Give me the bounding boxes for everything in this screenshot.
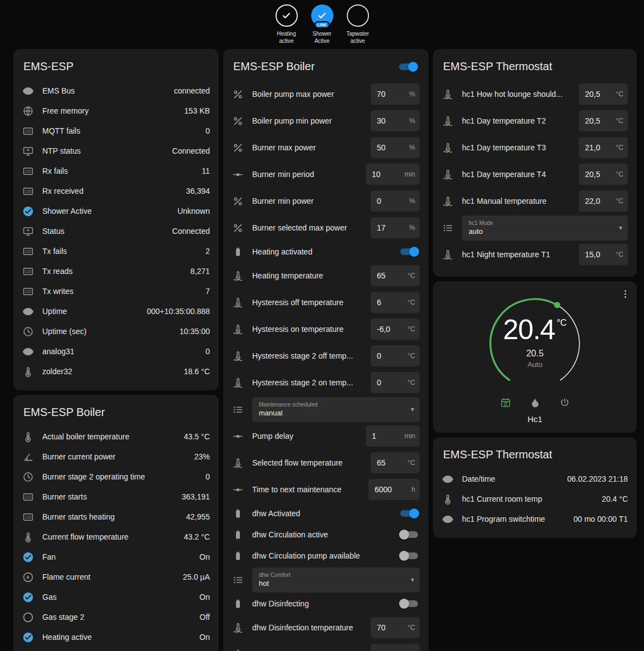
current-temperature: 20.4°C (503, 316, 567, 344)
power-button[interactable] (557, 395, 572, 410)
toggle-heating-activated[interactable] (399, 246, 420, 257)
row-burner-stage-2-operating-time[interactable]: Burner stage 2 operating time0 (22, 467, 210, 487)
row-zolder32[interactable]: zolder3218.6 °C (22, 361, 210, 381)
row-value: Connected (172, 227, 210, 236)
number-input-heating-temperature[interactable]: 65°C (371, 265, 420, 286)
row-burner-starts-heating[interactable]: 123Burner starts heating42,955 (22, 507, 210, 527)
row-uptime-sec[interactable]: Uptime (sec)10:35:00 (22, 321, 210, 341)
row-shower-active[interactable]: Shower ActiveUnknown (22, 201, 210, 221)
number-input-hc1-night-temperature-t1[interactable]: 15,0°C (579, 244, 628, 265)
number-value: 17 (377, 223, 407, 232)
toggle-dhw-activated[interactable] (399, 508, 420, 519)
row-date-time[interactable]: Date/time06.02.2023 21:18 (442, 469, 628, 489)
row-hc1-how-hot-lounge-should: hc1 How hot lounge should...20,5°C (442, 81, 628, 107)
row-rx-received[interactable]: 123Rx received36,394 (22, 181, 210, 201)
row-flame-current[interactable]: Flame current25.0 µA (22, 567, 210, 587)
eye-icon (22, 85, 34, 97)
card-header-toggle[interactable] (397, 61, 419, 72)
row-ems-bus[interactable]: EMS Busconnected (22, 81, 210, 101)
badge-tapwater-active[interactable]: Tapwater active (342, 4, 374, 45)
number-input-burner-selected-max-power[interactable]: 17% (371, 217, 420, 238)
row-status[interactable]: StatusConnected (22, 221, 210, 241)
number-input-hysteresis-off-temperature[interactable]: 6°C (371, 292, 420, 313)
badge-heating-active[interactable]: Heating active (271, 4, 303, 45)
number-input-time-to-next-maintenance[interactable]: 6000h (368, 479, 420, 500)
number-input-boiler-pump-max-power[interactable]: 70% (371, 84, 420, 105)
number-input-hysteresis-stage-2-on-temp[interactable]: 0°C (371, 372, 420, 393)
row-hc1-current-room-temp[interactable]: hc1 Current room temp20.4 °C (442, 489, 628, 509)
number-unit: °C (616, 197, 623, 205)
more-options-button[interactable] (618, 287, 632, 301)
row-free-memory[interactable]: Free memory153 KB (22, 101, 210, 121)
percent-icon (232, 142, 244, 154)
row-actual-boiler-temperature[interactable]: Actual boiler temperature43.5 °C (22, 427, 210, 447)
badge-shower-active[interactable]: LINKShower Active (306, 4, 338, 45)
number-input-hc1-how-hot-lounge-should[interactable]: 20,5°C (579, 84, 628, 105)
number-unit: % (409, 117, 415, 125)
select-dhw-comfort[interactable]: dhw Comforthot▾ (252, 567, 420, 593)
number-input-hc1-manual-temperature[interactable]: 22,0°C (579, 190, 628, 212)
row-hc1-program-switchtime[interactable]: hc1 Program switchtime00 mo 00:00 T1 (442, 509, 628, 529)
row-analog31[interactable]: analog310 (22, 341, 210, 361)
calendar-sync-button[interactable] (498, 395, 513, 410)
number-input-selected-flow-temperature[interactable]: 65°C (371, 452, 420, 473)
row-current-flow-temperature[interactable]: Current flow temperature43.2 °C (22, 527, 210, 547)
number-input-dhw-disinfection-temperature[interactable]: 70°C (371, 617, 420, 638)
number-input-hc1-day-temperature-t2[interactable]: 20,5°C (579, 110, 628, 131)
row-fan[interactable]: FanOn (22, 547, 210, 567)
number-input-boiler-pump-min-power[interactable]: 30% (371, 110, 420, 131)
select-hc1-mode[interactable]: hc1 Modeauto▾ (462, 216, 628, 241)
row-label: Tx reads (42, 267, 182, 276)
number-input-hysteresis-stage-2-off-temp[interactable]: 0°C (371, 345, 420, 366)
row-ntp-status[interactable]: NTP statusConnected (22, 141, 210, 161)
row-gas-stage-2[interactable]: Gas stage 2Off (22, 607, 210, 627)
counter-icon: 123 (22, 165, 34, 177)
number-input-burner-min-power[interactable]: 0% (371, 190, 420, 212)
circle-outline-icon (22, 611, 34, 623)
select-maintenance-scheduled[interactable]: Maintenance scheduledmanual▾ (252, 397, 420, 422)
row-label: Burner stage 2 operating time (42, 472, 197, 481)
row-burner-starts[interactable]: 123Burner starts363,191 (22, 487, 210, 507)
row-label: Tx fails (42, 247, 197, 256)
row-burner-current-power[interactable]: Burner current power23% (22, 447, 210, 467)
toggle-dhw-circulation-pump-available[interactable] (399, 550, 420, 561)
calendar-sync-icon (500, 397, 512, 408)
number-input-pump-delay[interactable]: 1min (366, 425, 420, 447)
number-input-dhw-flow-temperature-offset[interactable]: 40°C (371, 644, 420, 651)
row-uptime[interactable]: Uptime000+10:35:00.888 (22, 301, 210, 321)
number-unit: °C (408, 352, 415, 360)
card-title: EMS-ESP Boiler (233, 60, 314, 73)
number-input-hc1-day-temperature-t3[interactable]: 21,0°C (579, 137, 628, 158)
fire-button[interactable] (528, 395, 543, 410)
select-value: manual (259, 409, 403, 417)
row-label: Gas (42, 593, 191, 601)
row-tx-writes[interactable]: 123Tx writes7 (22, 281, 210, 301)
number-input-hysteresis-on-temperature[interactable]: -6,0°C (371, 319, 420, 340)
row-tx-fails[interactable]: 123Tx fails2 (22, 241, 210, 261)
row-hysteresis-stage-2-on-temp: Hysteresis stage 2 on temp...0°C (232, 369, 420, 396)
row-gas[interactable]: GasOn (22, 587, 210, 607)
column-3: EMS-ESP Thermostathc1 How hot lounge sho… (433, 49, 637, 538)
number-value: 20,5 (585, 90, 614, 99)
row-value: 2 (205, 247, 210, 256)
row-heating-active[interactable]: Heating activeOn (22, 627, 210, 647)
toggle-dhw-disinfecting[interactable] (399, 598, 420, 609)
row-tx-reads[interactable]: 123Tx reads8,271 (22, 261, 210, 281)
power-icon (559, 397, 571, 408)
thermostat-dial[interactable]: 20.4°C20.5Auto (479, 292, 591, 394)
svg-text:123: 123 (25, 290, 31, 293)
row-mqtt-fails[interactable]: 123MQTT fails0 (22, 121, 210, 141)
row-value: Off (200, 613, 210, 621)
number-input-burner-min-period[interactable]: 10min (366, 164, 420, 185)
toggle-dhw-circulation-active[interactable] (399, 529, 420, 540)
row-rx-fails[interactable]: 123Rx fails11 (22, 161, 210, 181)
number-input-hc1-day-temperature-t4[interactable]: 20,5°C (579, 164, 628, 185)
row-heating-pump[interactable]: Heating pumpOn (22, 647, 210, 651)
row-value: 0 (205, 126, 210, 135)
row-label: Actual boiler temperature (42, 432, 175, 441)
target-temperature: 20.5 (526, 349, 543, 359)
row-label: hc1 Manual temperature (462, 197, 571, 205)
number-input-burner-max-power[interactable]: 50% (371, 137, 420, 158)
row-label: MQTT fails (42, 126, 197, 135)
percent-icon (232, 89, 244, 100)
